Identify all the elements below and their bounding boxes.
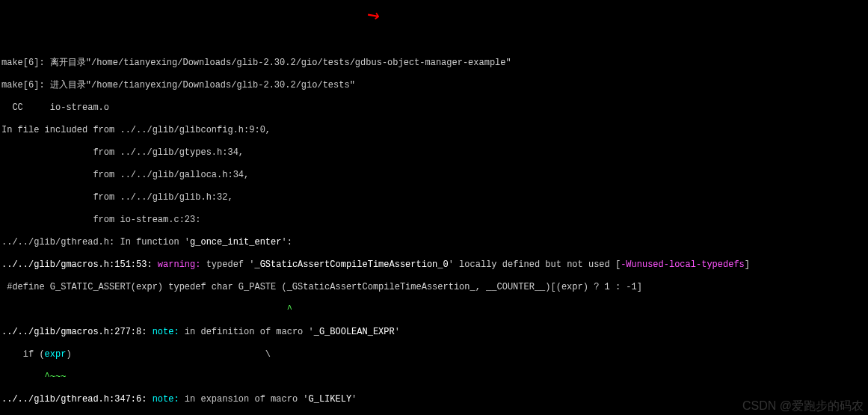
code-line: #define G_STATIC_ASSERT(expr) typedef ch… [1,282,868,293]
caret-line: ^ [1,304,868,316]
arrow-annotation-icon: ↘ [360,0,385,28]
make-msg: make[6]: 进入目录"/home/tianyexing/Downloads… [1,80,868,91]
warning-line: ../../glib/gmacros.h:151:53: warning: ty… [1,259,868,271]
include-line: from ../../glib/glib.h:32, [1,192,868,203]
code-line: if (expr) \ [1,349,868,360]
include-line: from io-stream.c:23: [1,215,868,226]
include-line: In file included from ../../glib/glibcon… [1,125,868,136]
watermark: CSDN @爱跑步的码农 [742,399,864,414]
cc-line: CC io-stream.o [1,102,868,114]
include-line: from ../../glib/galloca.h:34, [1,170,868,181]
caret-line: ^~~~ [1,372,868,383]
make-msg: make[6]: 离开目录"/home/tianyexing/Downloads… [1,58,868,69]
in-function-line: ../../glib/gthread.h: In function 'g_onc… [1,237,868,248]
note-line: ../../glib/gthread.h:347:6: note: in exp… [1,394,868,405]
include-line: from ../../glib/gtypes.h:34, [1,147,868,159]
terminal-output: make[6]: 离开目录"/home/tianyexing/Downloads… [1,46,868,415]
note-line: ../../glib/gmacros.h:277:8: note: in def… [1,327,868,338]
